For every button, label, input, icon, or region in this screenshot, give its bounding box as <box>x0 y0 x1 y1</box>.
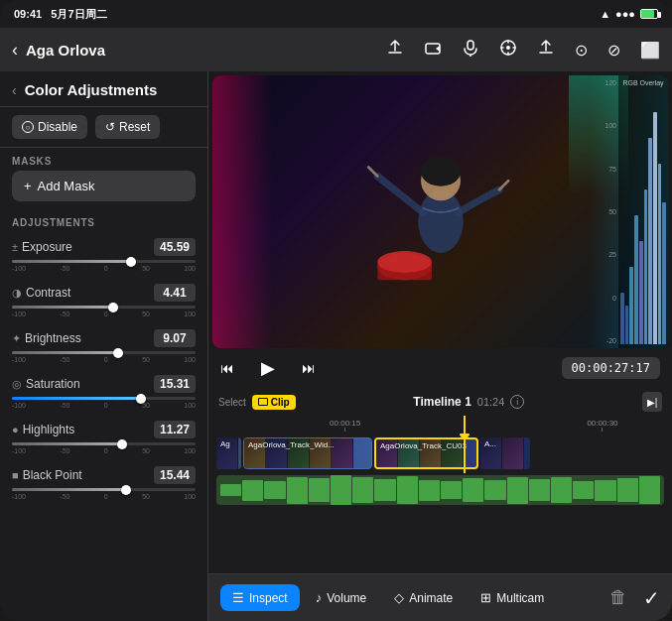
histogram-overlay: RGB Overlay <box>618 75 668 348</box>
timer-icon[interactable]: ⊙ <box>575 41 588 60</box>
step-forward-button[interactable]: ⏭ <box>302 360 316 376</box>
confirm-button[interactable]: ✓ <box>643 586 660 610</box>
multicam-button[interactable]: ⊞ Multicam <box>469 584 556 611</box>
mic-icon[interactable] <box>462 39 479 61</box>
top-nav-right: ⊙ ⊘ ⬜ <box>386 39 660 61</box>
status-time: 09:41 5月7日周二 <box>14 7 107 22</box>
black-point-slider[interactable] <box>12 488 196 491</box>
layout-icon[interactable]: ⬜ <box>640 41 660 60</box>
histogram-y-axis: 120 100 75 50 25 0 -20 <box>592 75 616 348</box>
adjustment-contrast: ◑ Contrast 4.41 -100 -50 0 50 100 <box>0 278 207 323</box>
adjustments-section-label: ADJUSTMENTS <box>0 209 207 232</box>
bottom-tools-left: ☰ Inspect ♪ Volume ◇ Animate ⊞ Multicam <box>220 584 556 611</box>
clip-item[interactable]: AgaOrlova_Track_Wid... <box>243 437 372 469</box>
panel-back-icon[interactable]: ‹ <box>12 82 17 98</box>
timeline-end-button[interactable]: ▶| <box>642 392 662 412</box>
location-icon[interactable] <box>499 39 517 61</box>
contrast-slider[interactable] <box>12 306 196 309</box>
bottom-tools-right: 🗑 ✓ <box>609 586 660 610</box>
histogram-bars <box>620 86 666 344</box>
info-icon[interactable]: i <box>510 395 524 409</box>
video-background: 120 100 75 50 25 0 -20 RGB Overlay <box>212 75 668 348</box>
svg-point-10 <box>377 251 432 273</box>
highlights-icon: ● <box>12 424 19 435</box>
step-back-button[interactable]: ⏮ <box>220 360 234 376</box>
video-track-clips: Ag AgaOrlova_Track_Wid... <box>208 435 672 471</box>
timeline-select: Select Clip <box>218 395 296 410</box>
brightness-icon: ✦ <box>12 332 21 345</box>
highlights-slider[interactable] <box>12 442 196 445</box>
saturation-value[interactable]: 15.31 <box>154 375 196 393</box>
add-mask-button[interactable]: + Add Mask <box>12 171 196 201</box>
animate-button[interactable]: ◇ Animate <box>382 584 465 611</box>
camera-icon[interactable] <box>424 39 442 61</box>
playback-buttons: ⏮ ▶ ⏭ <box>220 354 316 382</box>
clip-label: A... <box>484 439 496 448</box>
disable-button[interactable]: ○ Disable <box>12 115 87 139</box>
contrast-value[interactable]: 4.41 <box>154 284 196 302</box>
select-label: Select <box>218 397 246 408</box>
multicam-icon: ⊞ <box>480 590 491 605</box>
adjustments-list: ± Exposure 45.59 -100 -50 0 50 100 <box>0 232 207 621</box>
volume-button[interactable]: ♪ Volume <box>304 584 379 611</box>
masks-section-label: MASKS <box>0 148 207 171</box>
clip-badge[interactable]: Clip <box>252 395 296 410</box>
inspect-button[interactable]: ☰ Inspect <box>220 584 300 611</box>
clip-item[interactable]: A... <box>480 437 530 469</box>
timeline-duration: 01:24 <box>477 396 505 408</box>
black-point-label: ■ Black Point <box>12 468 82 482</box>
delete-button[interactable]: 🗑 <box>609 587 627 608</box>
ruler-tick-1 <box>344 428 345 432</box>
right-content: 120 100 75 50 25 0 -20 RGB Overlay <box>208 71 672 621</box>
saturation-slider[interactable] <box>12 397 196 400</box>
video-preview: 120 100 75 50 25 0 -20 RGB Overlay <box>212 75 668 348</box>
histogram-label: RGB Overlay <box>620 79 666 86</box>
export-icon[interactable] <box>537 39 555 61</box>
top-nav: ‹ Aga Orlova <box>0 28 672 71</box>
timeline-name: Timeline 1 <box>413 395 470 409</box>
saturation-label: ◎ Saturation <box>12 377 80 391</box>
clip-item[interactable]: Ag <box>216 437 241 469</box>
drummer-figure <box>351 113 530 311</box>
neon-left-effect <box>212 75 272 348</box>
clip-label: AgaOrlova_Track_Wid... <box>248 440 335 449</box>
timeline-header: Select Clip Timeline 1 01:24 i ▶| <box>208 388 672 416</box>
play-button[interactable]: ▶ <box>254 354 282 382</box>
ruler-tick-2 <box>602 428 603 432</box>
playhead[interactable] <box>464 434 466 473</box>
clip-label: AgaOrlova_Track_CU03 <box>380 441 467 450</box>
add-icon: + <box>24 179 32 193</box>
timeline-tracks: Ag AgaOrlova_Track_Wid... <box>208 434 672 573</box>
highlights-value[interactable]: 11.27 <box>154 421 196 438</box>
svg-marker-1 <box>436 46 440 52</box>
black-point-value[interactable]: 15.44 <box>154 466 196 484</box>
animate-icon: ◇ <box>394 590 404 605</box>
battery-icon <box>640 9 658 19</box>
svg-point-4 <box>506 46 510 50</box>
saturation-icon: ◎ <box>12 378 22 391</box>
left-panel: ‹ Color Adjustments ○ Disable ↺ Reset MA… <box>0 71 208 621</box>
ruler-playhead <box>464 416 466 434</box>
timecode-display: 00:00:27:17 <box>562 357 660 379</box>
brightness-slider[interactable] <box>12 351 196 354</box>
reset-button[interactable]: ↺ Reset <box>95 115 160 139</box>
inspect-icon: ☰ <box>232 590 244 605</box>
brightness-label: ✦ Brightness <box>12 331 81 345</box>
exposure-label: ± Exposure <box>12 240 72 254</box>
panel-header: ‹ Color Adjustments <box>0 71 207 107</box>
svg-rect-2 <box>468 41 473 50</box>
brightness-value[interactable]: 9.07 <box>154 329 196 347</box>
status-right: ▲ ●●● <box>600 8 658 20</box>
share-icon[interactable] <box>386 39 404 61</box>
back-button[interactable]: ‹ <box>12 40 18 61</box>
ruler-label-2: 00:00:30 <box>587 419 617 428</box>
panel-title: Color Adjustments <box>25 81 158 98</box>
exposure-slider[interactable] <box>12 260 196 263</box>
adjustment-highlights: ● Highlights 11.27 -100 -50 0 50 100 <box>0 415 207 460</box>
contrast-icon: ◑ <box>12 287 22 300</box>
reset-icon: ↺ <box>105 120 115 134</box>
bottom-toolbar: ☰ Inspect ♪ Volume ◇ Animate ⊞ Multicam … <box>208 573 672 621</box>
exposure-value[interactable]: 45.59 <box>154 238 196 256</box>
settings-icon[interactable]: ⊘ <box>607 41 620 60</box>
contrast-label: ◑ Contrast <box>12 286 70 300</box>
